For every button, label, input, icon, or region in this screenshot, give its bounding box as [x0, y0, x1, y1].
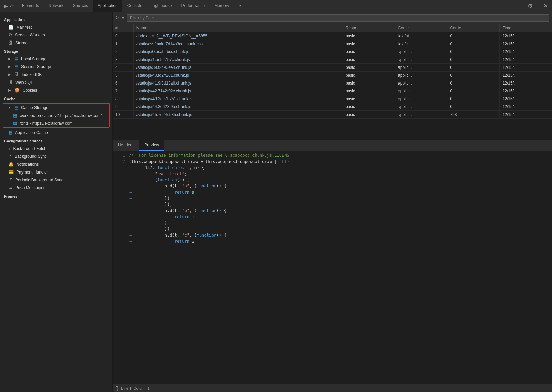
table-row[interactable]: 1 /static/css/main.7d14b3cc.chunk.css ba… — [113, 40, 552, 48]
service-workers-icon: ⚙ — [8, 32, 12, 37]
expand-arrow-local: ▶ — [8, 57, 11, 61]
code-line-4: – "use strict"; — [113, 171, 552, 177]
storage-label: Storage — [15, 41, 30, 45]
table-row[interactable]: 4 /static/js/39.f2490ee4.chunk.js basic … — [113, 64, 552, 72]
sidebar-item-session-storage[interactable]: ▶ ▤ Session Storage — [0, 63, 112, 71]
cell-time: 12/15/. — [499, 103, 552, 111]
table-row[interactable]: 2 /static/js/0.acabcbcc.chunk.js basic a… — [113, 48, 552, 56]
sidebar-item-cache-storage[interactable]: ▼ ▤ Cache Storage — [3, 104, 109, 111]
code-content-15: return w — [135, 238, 549, 244]
sidebar-item-storage[interactable]: 🗄 Storage — [0, 39, 112, 47]
filter-bar: ↻ ✕ — [113, 12, 552, 24]
sidebar-item-fonts-cache[interactable]: ▦ fonts - https://excalidraw.com — [3, 119, 109, 127]
sidebar-item-bg-sync[interactable]: ↺ Background Sync — [0, 152, 112, 160]
tab-bar: ▶ ▭ Elements Network Sources Application… — [0, 0, 552, 12]
storage-icon: 🗄 — [8, 40, 13, 45]
filter-input[interactable] — [127, 14, 549, 22]
settings-icon[interactable]: ⚙ — [528, 3, 533, 9]
tab-network[interactable]: Network — [44, 0, 68, 12]
bg-fetch-icon: ↕ — [8, 146, 11, 151]
periodic-sync-label: Periodic Background Sync — [15, 178, 63, 182]
table-row[interactable]: 10 /static/js/45.7d24c535.chunk.js basic… — [113, 111, 552, 119]
cache-table: # Name Respo... Conte... Conte... Time .… — [113, 24, 552, 140]
table-row[interactable]: 7 /static/js/42.7142f02c.chunk.js basic … — [113, 87, 552, 95]
sidebar-item-application-cache[interactable]: ▦ Application Cache — [0, 129, 112, 136]
tab-more[interactable]: » — [234, 0, 246, 12]
code-line-6: – n.d(t, "a", (function() { — [113, 183, 552, 189]
cell-content-length: 0 — [447, 48, 499, 56]
bg-sync-icon: ↺ — [8, 154, 12, 159]
more-options-icon[interactable]: ⋮ — [535, 3, 541, 9]
app-section-header: Application — [0, 15, 112, 23]
table-row[interactable]: 8 /static/js/43.3ae7b751.chunk.js basic … — [113, 95, 552, 103]
code-line-9: – )), — [113, 201, 552, 208]
code-preview: 1 /*! For license information please see… — [113, 151, 552, 384]
websql-label: Web SQL — [15, 80, 33, 85]
table-row[interactable]: 6 /static/js/41.9f3d13a6.chunk.js basic … — [113, 79, 552, 87]
sidebar-item-bg-fetch[interactable]: ↕ Background Fetch — [0, 145, 112, 152]
code-content-1: /*! For license information please see 0… — [129, 152, 549, 159]
table-row[interactable]: 0 /index.html?__WB_REVISION__=6855... ba… — [113, 32, 552, 40]
cursor-icon[interactable]: ▶ — [4, 3, 8, 9]
cell-content-type: applic... — [395, 103, 447, 111]
bg-sync-label: Background Sync — [15, 154, 47, 159]
sidebar-item-cookies[interactable]: ▶ 🍪 Cookies — [0, 86, 112, 94]
cookies-label: Cookies — [23, 88, 37, 93]
clear-icon[interactable]: ✕ — [121, 15, 125, 20]
refresh-icon[interactable]: ↻ — [115, 15, 119, 20]
cell-content-type: text/ht... — [395, 32, 447, 40]
code-line-10: – n.d(t, "b", (function() { — [113, 208, 552, 214]
inspect-icon[interactable]: ▭ — [10, 3, 14, 9]
code-content-11: return m — [135, 214, 549, 220]
cell-response: basic — [343, 72, 395, 79]
tab-console[interactable]: Console — [122, 0, 147, 12]
sidebar-item-periodic-sync[interactable]: ⏱ Periodic Background Sync — [0, 176, 112, 184]
cell-content-type: applic... — [395, 56, 447, 64]
sidebar-item-notifications[interactable]: 🔔 Notifications — [0, 160, 112, 168]
cell-name: /static/js/42.7142f02c.chunk.js — [133, 87, 343, 95]
sidebar-item-local-storage[interactable]: ▶ ▤ Local Storage — [0, 55, 112, 63]
tab-elements[interactable]: Elements — [17, 0, 44, 12]
sidebar-item-push-messaging[interactable]: ☁ Push Messaging — [0, 184, 112, 192]
tab-preview[interactable]: Preview — [139, 140, 164, 151]
table-row[interactable]: 5 /static/js/40.fd2ff261.chunk.js basic … — [113, 72, 552, 79]
cell-content-length: 0 — [447, 40, 499, 48]
cell-num: 9 — [113, 103, 133, 111]
tab-lighthouse[interactable]: Lighthouse — [147, 0, 177, 12]
sidebar-item-indexeddb[interactable]: ▶ 🗄 IndexedDB — [0, 71, 112, 78]
cell-content-type: applic... — [395, 87, 447, 95]
application-cache-label: Application Cache — [15, 130, 48, 135]
cell-content-length: 0 — [447, 95, 499, 103]
frames-section-header: Frames — [0, 192, 112, 200]
code-content-5: (function(e) { — [135, 177, 549, 183]
workbox-label: workbox-precache-v2-https://excalidraw.c… — [20, 113, 102, 118]
sidebar-item-service-workers[interactable]: ⚙ Service Workers — [0, 31, 112, 39]
code-content-10: n.d(t, "b", (function() { — [135, 208, 549, 214]
indexeddb-label: IndexedDB — [21, 72, 42, 77]
cell-response: basic — [343, 56, 395, 64]
cell-content-type: applic... — [395, 48, 447, 56]
cell-time: 12/15/. — [499, 72, 552, 79]
table-row[interactable]: 3 /static/js/1.ae52757c.chunk.js basic a… — [113, 56, 552, 64]
bg-services-header: Background Services — [0, 136, 112, 145]
cell-response: basic — [343, 64, 395, 72]
cell-content-type: applic... — [395, 95, 447, 103]
sidebar-item-websql[interactable]: 🗄 Web SQL — [0, 78, 112, 86]
cell-content-type: text/c... — [395, 40, 447, 48]
tab-performance[interactable]: Performance — [177, 0, 210, 12]
code-line-15: – return w — [113, 238, 552, 244]
close-icon[interactable]: ✕ — [543, 3, 548, 9]
table-row[interactable]: 9 /static/js/44.3e623f9a.chunk.js basic … — [113, 103, 552, 111]
sidebar-item-workbox-precache[interactable]: ▦ workbox-precache-v2-https://excalidraw… — [3, 111, 109, 119]
tab-sources[interactable]: Sources — [68, 0, 93, 12]
cell-name: /static/js/44.3e623f9a.chunk.js — [133, 103, 343, 111]
tab-memory[interactable]: Memory — [209, 0, 234, 12]
cell-num: 10 — [113, 111, 133, 119]
tab-application[interactable]: Application — [93, 0, 122, 12]
col-num: # — [113, 24, 133, 32]
sidebar-item-manifest[interactable]: 📄 Manifest — [0, 23, 112, 31]
sidebar-item-payment-handler[interactable]: 💳 Payment Handler — [0, 168, 112, 176]
tab-headers[interactable]: Headers — [113, 140, 139, 151]
code-line-1: 1 /*! For license information please see… — [113, 152, 552, 159]
code-content-3: 137: function(e, t, n) { — [135, 165, 549, 171]
